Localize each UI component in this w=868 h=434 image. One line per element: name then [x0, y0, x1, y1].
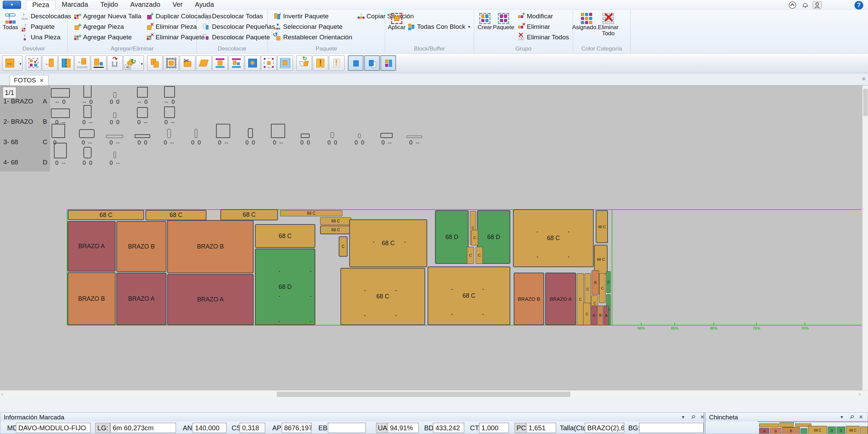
- vertical-scrollbar[interactable]: [862, 85, 868, 390]
- marker-piece-a[interactable]: A: [591, 305, 597, 325]
- field-input-tallactd[interactable]: BRAZO(2),68(2).: [585, 423, 624, 433]
- marker-piece-brazo-b[interactable]: BRAZO B: [167, 220, 254, 273]
- toolbar-between-bars[interactable]: [212, 55, 228, 71]
- marker-piece-c[interactable]: C: [585, 273, 591, 305]
- ribbon-button-group-create[interactable]: Crear: [477, 11, 493, 31]
- toolbar-view-single[interactable]: [348, 55, 363, 71]
- marker-piece-68-c[interactable]: 68 C: [320, 225, 351, 234]
- marker-piece-c[interactable]: C: [339, 236, 348, 257]
- piece-silhouette[interactable]: [113, 92, 116, 98]
- piece-silhouette[interactable]: [331, 132, 334, 138]
- piece-silhouette[interactable]: [164, 106, 175, 118]
- panel-close-icon[interactable]: ✕: [859, 414, 863, 420]
- chincheta-thumbnail[interactable]: ABB68 CDD68 C: [758, 421, 868, 434]
- ribbon-button-add-piece[interactable]: +Agregar Pieza: [72, 21, 143, 32]
- ribbon-button-unplace-package[interactable]: Descolocar Paquete: [201, 32, 277, 42]
- marker-piece-a[interactable]: A: [604, 305, 609, 325]
- panel-close-icon[interactable]: ✕: [700, 414, 704, 420]
- piece-silhouette[interactable]: [51, 88, 70, 98]
- toolbar-cut-piece[interactable]: ✂: [180, 55, 195, 71]
- menu-tab-pieza[interactable]: Pieza: [26, 0, 56, 9]
- toolbar-between-bars-2[interactable]: [229, 55, 244, 71]
- field-input-bd[interactable]: 433,242: [433, 423, 464, 433]
- menu-tab-avanzado[interactable]: Avanzado: [124, 0, 166, 9]
- ribbon-button-unplace-all[interactable]: Descolocar Todas: [201, 11, 277, 21]
- marker-piece-68-d[interactable]: 68 D: [435, 210, 469, 264]
- marker-piece-68-c[interactable]: 68 C: [594, 245, 608, 274]
- piece-silhouette[interactable]: [380, 133, 393, 138]
- marker-piece-68-c[interactable]: 68 C: [255, 224, 315, 248]
- marker-piece-68-c[interactable]: 68 C: [320, 217, 351, 225]
- toolbar-frame-piece[interactable]: [163, 55, 179, 71]
- chevron-down-icon[interactable]: ▾: [19, 62, 21, 66]
- ribbon-button-select-package[interactable]: ▼Seleccionar Paquete: [272, 21, 354, 32]
- marker-piece-b[interactable]: B: [592, 270, 599, 295]
- panel-dropdown-icon[interactable]: ▾: [682, 414, 685, 420]
- marker-piece-68-c[interactable]: 68 C: [340, 268, 425, 325]
- marker-piece-c[interactable]: C: [577, 273, 584, 325]
- field-input-ct[interactable]: 1,000: [479, 423, 509, 433]
- panel-dropdown-icon[interactable]: ▾: [841, 414, 843, 420]
- marker-piece-c[interactable]: C: [467, 247, 474, 264]
- marker-piece-68-c[interactable]: 68 C: [428, 267, 510, 325]
- ribbon-button-add-package[interactable]: +Agregar Paquete: [72, 32, 143, 42]
- marker-piece-brazo-b[interactable]: BRAZO B: [514, 273, 544, 325]
- marker-piece-c[interactable]: C: [583, 303, 591, 325]
- ribbon-button-return-one[interactable]: ↑Una Pieza: [19, 32, 73, 42]
- marker-piece-68-d[interactable]: 68 D: [255, 249, 315, 325]
- marker-piece-68-c[interactable]: 68 C: [145, 210, 206, 220]
- marker-piece-c[interactable]: C: [599, 273, 606, 303]
- toolbar-shift-left[interactable]: ←: [42, 55, 58, 71]
- piece-silhouette[interactable]: [137, 107, 148, 118]
- toolbar-move-left-ruler[interactable]: ←: [75, 55, 90, 71]
- toolbar-compact-pieces[interactable]: ↙: [26, 55, 41, 71]
- marker-piece-b[interactable]: B: [597, 305, 603, 325]
- piece-silhouette[interactable]: [52, 124, 65, 138]
- ribbon-button-group-delete-all[interactable]: ✕Eliminar Todos: [516, 32, 571, 42]
- piece-silhouette[interactable]: [113, 113, 116, 118]
- tab-fotos[interactable]: FOTOS✕: [9, 75, 48, 85]
- toolbar-grid-piece[interactable]: [277, 55, 293, 71]
- toolbar-view-blocks[interactable]: [380, 55, 396, 71]
- help-icon[interactable]: ?: [854, 1, 863, 9]
- user-account-icon[interactable]: [812, 1, 822, 9]
- marker-piece-brazo-b[interactable]: BRAZO B: [116, 221, 166, 272]
- menu-tab-ayuda[interactable]: Ayuda: [189, 0, 220, 9]
- scroll-right-icon[interactable]: ›: [859, 391, 861, 397]
- toolbar-skew-piece[interactable]: [196, 55, 212, 71]
- toolbar-rotate-180[interactable]: ↷: [107, 55, 123, 71]
- ribbon-button-unplace-small[interactable]: Descolocar Pequeñas: [201, 21, 277, 32]
- field-input-an[interactable]: 140,000: [193, 423, 226, 433]
- piece-silhouette[interactable]: [248, 128, 253, 138]
- toolbar-flip-fold[interactable]: ↻: [296, 55, 312, 71]
- piece-silhouette[interactable]: [358, 134, 361, 138]
- piece-silhouette[interactable]: [114, 152, 116, 158]
- toolbar-fit-width[interactable]: ↔▾: [2, 55, 22, 71]
- menu-tab-tejido[interactable]: Tejido: [94, 0, 124, 9]
- field-label-lg[interactable]: LG:: [95, 423, 110, 433]
- piece-silhouette[interactable]: [106, 135, 123, 138]
- menu-tab-ver[interactable]: Ver: [166, 0, 189, 9]
- horizontal-scrollbar[interactable]: ‹ ›: [0, 390, 868, 398]
- field-input-pc[interactable]: 1,651: [526, 423, 556, 433]
- toolbar-view-pages[interactable]: [364, 55, 380, 71]
- marker-piece-brazo-a[interactable]: BRAZO A: [67, 221, 116, 272]
- marker-piece-c[interactable]: C: [476, 247, 483, 264]
- field-input-lg[interactable]: 6m 60,273cm: [110, 423, 176, 433]
- ribbon-button-add-size[interactable]: +Agregar Nueva Talla: [72, 11, 143, 21]
- marker-piece-68-c[interactable]: 68 C: [596, 210, 608, 243]
- vertical-scrollbar-thumb[interactable]: [863, 89, 868, 116]
- marker-piece-brazo-b[interactable]: BRAZO B: [67, 272, 116, 325]
- ribbon-button-color-remove-all[interactable]: ✕Eliminar Todo: [597, 11, 619, 37]
- piece-silhouette[interactable]: [83, 85, 92, 98]
- scroll-left-icon[interactable]: ‹: [1, 391, 3, 397]
- piece-silhouette[interactable]: [79, 129, 95, 138]
- ribbon-button-group-modify[interactable]: +Modificar: [516, 11, 571, 21]
- piece-silhouette[interactable]: [407, 136, 422, 138]
- toolbar-mirror-fold[interactable]: [58, 55, 74, 71]
- field-input-eb[interactable]: [328, 423, 366, 433]
- marker-piece-68-c[interactable]: 68 C: [220, 209, 278, 220]
- ribbon-button-return-all[interactable]: ↑Todas: [3, 11, 18, 31]
- marker-piece-brazo-a[interactable]: BRAZO A: [116, 273, 166, 325]
- marker-piece-68-c[interactable]: 68 C: [513, 209, 594, 267]
